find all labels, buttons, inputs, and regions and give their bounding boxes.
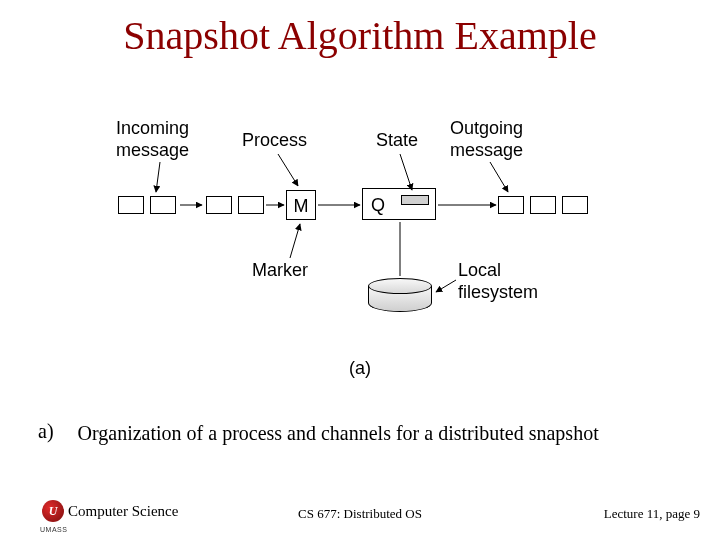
svg-line-1 bbox=[278, 154, 298, 186]
subfigure-label: (a) bbox=[110, 358, 610, 379]
svg-line-4 bbox=[290, 224, 300, 258]
slide-title: Snapshot Algorithm Example bbox=[0, 12, 720, 59]
footer-lecture: Lecture 11, page 9 bbox=[604, 506, 700, 522]
svg-line-0 bbox=[156, 162, 160, 192]
caption: a) Organization of a process and channel… bbox=[38, 420, 680, 446]
umass-sub: UMASS bbox=[40, 526, 67, 533]
diagram: Incoming message Process State Outgoing … bbox=[110, 120, 610, 380]
caption-text: Organization of a process and channels f… bbox=[78, 420, 680, 446]
svg-line-2 bbox=[400, 154, 412, 190]
svg-line-5 bbox=[436, 280, 456, 292]
caption-letter: a) bbox=[38, 420, 54, 446]
svg-line-3 bbox=[490, 162, 508, 192]
diagram-arrows bbox=[110, 120, 610, 380]
